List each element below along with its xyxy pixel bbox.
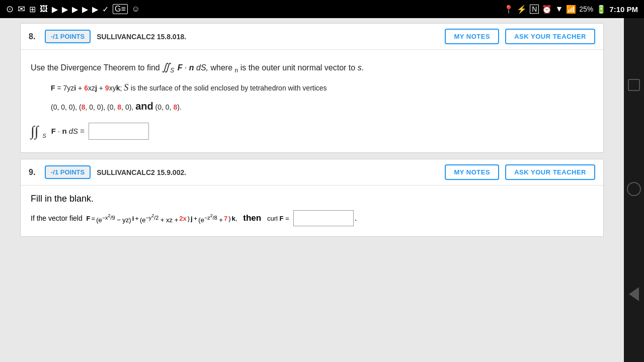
play-icon-3: ▶ — [72, 5, 78, 14]
6-red: 6 — [84, 84, 88, 92]
exp-x2-9-sup: −x2/9 — [102, 215, 115, 221]
battery-icon: 🔋 — [596, 5, 606, 14]
question-8-points[interactable]: -/1 POINTS — [45, 30, 91, 43]
9-red: 9 — [105, 84, 109, 92]
then-text: then — [243, 213, 261, 223]
time-display: 7:10 PM — [609, 5, 638, 14]
question-8-text: Use the Divergence Theorem to find ∬S F … — [31, 58, 593, 76]
side-nav — [624, 18, 644, 362]
image-icon: 🖼 — [40, 5, 48, 14]
v1-rest: , 0, 0), — [86, 103, 108, 111]
and-text: and — [135, 101, 153, 112]
where-text: where — [210, 63, 234, 72]
double-integral-symbol: ∫∫ — [31, 120, 38, 143]
paren-k: ) — [228, 215, 230, 222]
v2-rest: , 0), — [121, 103, 135, 111]
status-icons-left: ⊙ ✉ ⊞ 🖼 ▶ ▶ ▶ ▶ ▶ ✓ G≡ ☺ — [6, 4, 140, 15]
n-subscript: n — [235, 67, 238, 74]
play-icon-1: ▶ — [52, 5, 58, 14]
equals-label: = — [92, 215, 96, 222]
surface-integral-symbol: ∬ — [162, 61, 170, 72]
nav-square-button[interactable] — [628, 79, 640, 91]
vertex-2-open: (0, — [107, 103, 117, 111]
vertex-0: (0, 0, 0), — [51, 103, 79, 111]
paren-j: ) — [188, 215, 190, 222]
bluetooth-icon: ⚡ — [517, 5, 527, 14]
play-icon-2: ▶ — [62, 5, 68, 14]
question-8-body: Use the Divergence Theorem to find ∬S F … — [21, 50, 603, 152]
z2-sup: 2 — [210, 213, 213, 218]
questions-area: 8. -/1 POINTS SULLIVANCALC2 15.8.018. MY… — [0, 18, 624, 362]
equals-sign: = 7yz — [55, 84, 74, 92]
j-label: j — [191, 215, 193, 222]
curl-label: curl F = — [267, 215, 289, 222]
question-9-ask-teacher-button[interactable]: ASK YOUR TEACHER — [505, 164, 595, 180]
normal-vector-text: is the outer unit normal vector to — [240, 63, 358, 72]
play-icon-4: ▶ — [82, 5, 88, 14]
question-9-my-notes-button[interactable]: MY NOTES — [445, 164, 499, 180]
nav-circle-button[interactable] — [627, 182, 641, 196]
integral-content: F · n dS, — [178, 63, 208, 72]
location-icon: 📍 — [504, 5, 514, 14]
v3-close: ). — [177, 103, 182, 111]
question-9-card: 9. -/1 POINTS SULLIVANCALC2 15.9.002. MY… — [20, 159, 604, 237]
question-9-answer-input[interactable] — [293, 210, 354, 226]
vertices-line: (0, 0, 0), (8, 0, 0), (0, 8, 0), and (0,… — [51, 98, 593, 114]
fn-dot-n-ds: F · n dS = — [51, 125, 85, 137]
g-icon: G≡ — [113, 4, 128, 14]
exp-y2-2: (e−y2/2 + xz + — [140, 213, 178, 224]
if-vector-text: If the vector field — [31, 214, 83, 222]
n-icon: N — [530, 5, 539, 14]
question-9-code: SULLIVANCALC2 15.9.002. — [97, 168, 439, 176]
battery-percent: 25% — [579, 5, 593, 13]
content-wrapper: 8. -/1 POINTS SULLIVANCALC2 15.8.018. MY… — [0, 18, 644, 362]
wifi-icon: ▼ — [555, 5, 563, 14]
plus-9xy: + — [97, 84, 105, 92]
plus-6xz: + — [76, 84, 84, 92]
question-9-points[interactable]: -/1 POINTS — [45, 165, 91, 179]
gmail-icon: ✉ — [18, 4, 25, 15]
check-icon: ✓ — [102, 5, 109, 14]
signal-icon: 📶 — [566, 5, 576, 14]
nav-triangle-button[interactable] — [629, 287, 639, 301]
i-label: i — [132, 215, 134, 222]
8-red-3: 8 — [173, 103, 177, 111]
question-9-body: Fill in the blank. If the vector field F… — [21, 186, 603, 236]
period-1: . — [362, 63, 364, 72]
vertex-3: (0, 0, — [155, 103, 174, 111]
emoji-icon: ☺ — [132, 5, 140, 14]
question-8-field-line: F = 7yzi + 6xzj + 9xyk; S is the surface… — [51, 80, 593, 95]
question-9-header: 9. -/1 POINTS SULLIVANCALC2 15.9.002. MY… — [21, 159, 603, 186]
instagram-icon: ⊙ — [6, 4, 14, 15]
2x-red: 2x — [179, 215, 186, 222]
question-8-card: 8. -/1 POINTS SULLIVANCALC2 15.8.018. MY… — [20, 23, 604, 153]
plus-2: + — [194, 215, 198, 222]
question-8-code: SULLIVANCALC2 15.8.018. — [97, 33, 439, 41]
exp-y2-2-sup: −y2/2 — [145, 215, 158, 221]
divergence-theorem-text: Use the Divergence Theorem to find — [31, 63, 162, 72]
alarm-icon: ⏰ — [542, 5, 552, 14]
question-8-answer-input[interactable] — [89, 123, 149, 140]
S-script: S — [124, 82, 131, 93]
integral-answer-line: ∫∫ S F · n dS = — [31, 120, 593, 143]
surface-desc: is the surface of the solid enclosed by … — [131, 84, 327, 92]
question-9-number: 9. — [29, 168, 39, 177]
question-8-my-notes-button[interactable]: MY NOTES — [445, 29, 499, 44]
exp-z2-8-sup: −z2/8 — [204, 215, 217, 221]
status-bar: ⊙ ✉ ⊞ 🖼 ▶ ▶ ▶ ▶ ▶ ✓ G≡ ☺ 📍 ⚡ N ⏰ ▼ 📶 25%… — [0, 0, 644, 18]
exp-z2-8: (e−z2/8 + — [198, 213, 223, 224]
photo-icon: ⊞ — [29, 5, 36, 14]
8-red-1: 8 — [82, 103, 86, 111]
7-red: 7 — [224, 215, 227, 222]
question-8-ask-teacher-button[interactable]: ASK YOUR TEACHER — [505, 29, 595, 44]
8-red-2: 8 — [117, 103, 121, 111]
question-8-header: 8. -/1 POINTS SULLIVANCALC2 15.8.018. MY… — [21, 24, 603, 50]
q9-vector-field-line: If the vector field F = (e−x2/9 − yz) i … — [31, 210, 593, 226]
plus-1: + — [135, 215, 139, 222]
play-icon-5: ▶ — [92, 5, 98, 14]
fill-blank-text: Fill in the blank. — [31, 194, 593, 204]
F-label: F — [87, 215, 91, 222]
exp-x2-9: (e−x2/9 − yz) — [96, 213, 131, 224]
k-label: k, — [231, 215, 237, 222]
xzj: xz — [88, 84, 95, 92]
